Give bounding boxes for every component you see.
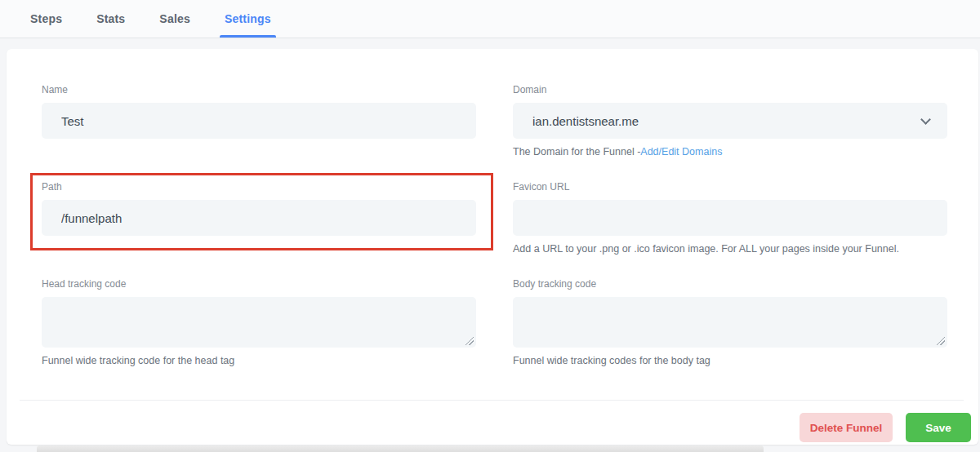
delete-funnel-button[interactable]: Delete Funnel [800, 413, 893, 442]
domain-helper-text: The Domain for the Funnel - [513, 146, 640, 157]
tab-bar: Steps Stats Sales Settings [0, 0, 980, 38]
path-input[interactable] [42, 200, 476, 236]
save-button[interactable]: Save [906, 413, 971, 442]
body-tracking-helper: Funnel wide tracking codes for the body … [513, 355, 710, 366]
bottom-strip [37, 445, 764, 452]
name-label: Name [42, 84, 68, 95]
funnel-settings-card: Name Domain ian.dentistsnear.me The Doma… [7, 49, 978, 445]
head-tracking-label: Head tracking code [42, 278, 126, 290]
body-tracking-label: Body tracking code [513, 278, 596, 290]
add-edit-domains-link[interactable]: Add/Edit Domains [640, 146, 722, 157]
tab-sales[interactable]: Sales [156, 0, 194, 38]
head-tracking-textarea[interactable] [42, 297, 476, 348]
favicon-url-label: Favicon URL [513, 181, 569, 193]
footer-divider [20, 400, 964, 401]
favicon-url-input[interactable] [513, 200, 947, 236]
favicon-helper: Add a URL to your .png or .ico favicon i… [513, 243, 899, 255]
domain-select[interactable]: ian.dentistsnear.me [513, 103, 947, 139]
tab-stats[interactable]: Stats [93, 0, 128, 38]
domain-selected-value: ian.dentistsnear.me [532, 114, 639, 128]
head-tracking-helper: Funnel wide tracking code for the head t… [42, 355, 234, 366]
domain-helper: The Domain for the Funnel -Add/Edit Doma… [513, 146, 722, 157]
tab-steps[interactable]: Steps [27, 0, 65, 38]
domain-label: Domain [513, 84, 546, 95]
path-label: Path [42, 181, 62, 193]
tab-settings[interactable]: Settings [221, 0, 274, 38]
chevron-down-icon [920, 114, 931, 125]
name-input[interactable] [42, 103, 476, 139]
body-tracking-textarea[interactable] [513, 297, 947, 348]
